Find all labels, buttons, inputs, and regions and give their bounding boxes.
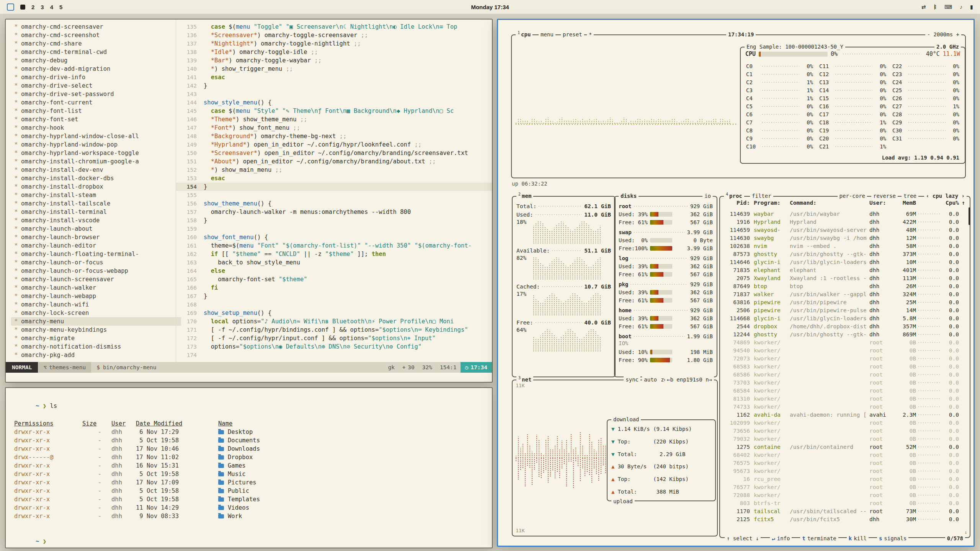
file-item[interactable]: *omarchy-drive-select	[11, 82, 181, 90]
file-item[interactable]: *omarchy-launch-about	[11, 225, 181, 233]
file-item[interactable]: *omarchy-hyprland-window-close-all	[11, 132, 181, 140]
file-item[interactable]: *omarchy-launch-floating-terminal-	[11, 250, 181, 258]
process-row[interactable]: 73703kworker/root0B0.0	[723, 378, 965, 386]
process-row[interactable]: 63816pipewire/usr/bin/pipewiredhh25M0.0	[723, 298, 965, 306]
keyboard-icon[interactable]: ⌨	[944, 4, 952, 10]
proc-panel-title[interactable]: 4proc	[724, 192, 744, 199]
file-item[interactable]: *omarchy-launch-browser	[11, 233, 181, 241]
process-row[interactable]: 95673kworker/root0B0.0	[723, 467, 965, 475]
file-item[interactable]: *omarchy-install-dev-env	[11, 166, 181, 174]
process-row[interactable]: 87573ghostty/usr/bin/ghostty --gtk-dhh37…	[723, 250, 965, 258]
file-item[interactable]: *omarchy-drive-set-password	[11, 90, 181, 98]
file-item[interactable]: *omarchy-font-set	[11, 115, 181, 124]
process-row[interactable]: 16rcu_preeroot0B0.0	[723, 475, 965, 483]
sort-selector[interactable]: ‹ cpu lazy ›	[924, 192, 967, 199]
process-row[interactable]: 68402kworker/root0B0.0	[723, 451, 965, 459]
screencast-icon[interactable]: ⇄	[921, 4, 926, 10]
file-item[interactable]: *omarchy-launch-or-focus-webapp	[11, 267, 181, 275]
process-row[interactable]: 2075XwaylandXwayland :1 -rootless -dhh11…	[723, 274, 965, 282]
proc-scrollbar-thumb[interactable]	[969, 207, 970, 225]
file-item[interactable]: *omarchy-font-list	[11, 107, 181, 115]
process-row[interactable]: 94540kworker/root0B0.0	[723, 346, 965, 354]
file-item[interactable]: *omarchy-launch-webapp	[11, 292, 181, 300]
workspace-active-indicator[interactable]	[20, 5, 25, 10]
process-row[interactable]: 71837walker/usr/bin/walker --gappldhh324…	[723, 290, 965, 298]
file-item[interactable]: *omarchy-menu-keybindings	[11, 326, 181, 334]
bluetooth-icon[interactable]: ᛒ	[934, 4, 937, 10]
volume-icon[interactable]: ♪	[960, 4, 962, 10]
process-row[interactable]: 102638nvimnvim --embed .dhh58M0.0	[723, 242, 965, 250]
file-item[interactable]: *omarchy-lock-screen	[11, 309, 181, 317]
file-item[interactable]: *omarchy-launch-screensaver	[11, 275, 181, 284]
process-row[interactable]: 1275containe/usr/bin/containerdroot52M0.…	[723, 443, 965, 451]
workspace-item[interactable]: 3	[41, 4, 44, 10]
process-row[interactable]: 1916HyprlandHyprlanddhh422M0.0	[723, 218, 965, 226]
preset-button[interactable]: preset	[561, 31, 584, 38]
process-row[interactable]: 79032kworker/root0B0.0	[723, 435, 965, 443]
process-row[interactable]: 2544dropbox/home/dhh/.dropbox-distdhh357…	[723, 322, 965, 330]
process-row[interactable]: 68583kworker/root0B0.0	[723, 362, 965, 370]
process-row[interactable]: 114630swaybg/usr/bin/swaybg -i /homdhh12…	[723, 234, 965, 242]
terminate-key[interactable]: tterminate	[800, 535, 838, 541]
file-item[interactable]: *omarchy-hook	[11, 124, 181, 132]
process-row[interactable]: 81310kworker/root0B0.0	[723, 395, 965, 403]
process-row[interactable]: 1162avahi-daavahi-daemon: running [avahi…	[723, 411, 965, 419]
net-panel-title[interactable]: 3net	[516, 376, 533, 383]
file-item[interactable]: *omarchy-cmd-share	[11, 39, 181, 48]
file-item[interactable]: *omarchy-launch-wifi	[11, 300, 181, 309]
file-item[interactable]: *omarchy-hyprland-window-pop	[11, 140, 181, 149]
menu-button[interactable]: menu	[539, 31, 555, 38]
process-row[interactable]: 73656kworker/root0B0.0	[723, 427, 965, 435]
file-item[interactable]: *omarchy-install-vscode	[11, 216, 181, 225]
file-item[interactable]: *omarchy-install-chromium-google-a	[11, 157, 181, 166]
scroll-down-indicator[interactable]: ↓	[964, 529, 967, 535]
file-item[interactable]: *omarchy-cmd-screenshot	[11, 31, 181, 39]
file-item[interactable]: *omarchy-cmd-screensaver	[11, 23, 181, 31]
file-item[interactable]: *omarchy-font-current	[11, 98, 181, 107]
per-core-button[interactable]: per-core	[838, 192, 867, 199]
workspace-item[interactable]: 2	[31, 4, 34, 10]
omarchy-logo-icon[interactable]	[7, 3, 14, 11]
process-row[interactable]: 74869kworker/root0B0.0	[723, 338, 965, 346]
auto-button[interactable]: auto	[642, 376, 659, 383]
interface-selector[interactable]: ←b enp191s0 n→	[665, 376, 714, 383]
io-mode-button[interactable]: io	[702, 192, 713, 199]
file-item[interactable]: *omarchy-cmd-terminal-cwd	[11, 48, 181, 56]
file-item[interactable]: *omarchy-launch-or-focus	[11, 258, 181, 267]
file-item[interactable]: *omarchy-dev-add-migration	[11, 65, 181, 73]
process-row[interactable]: 114646glycin-i/usr/lib/glycin-loadersdhh…	[723, 258, 965, 266]
process-row[interactable]: 1170tailscal/usr/sbin/tailscaled --root7…	[723, 507, 965, 515]
sync-button[interactable]: sync	[624, 376, 640, 383]
process-row[interactable]: 74733kworker/root0B0.0	[723, 403, 965, 411]
workspace-item[interactable]: 4	[50, 4, 53, 10]
file-item[interactable]: *omarchy-install-tailscale	[11, 199, 181, 208]
file-item[interactable]: *omarchy-install-docker-dbs	[11, 174, 181, 183]
battery-icon[interactable]: ▮	[970, 4, 973, 10]
process-row[interactable]: 114639waybar/usr/bin/waybardhh69M0.0	[723, 210, 965, 218]
process-row[interactable]: 803btrfs-trroot0B0.0	[723, 499, 965, 507]
process-row[interactable]: 12244ghostty/usr/bin/ghostty --gtk-dhh86…	[723, 330, 965, 338]
mem-panel-title[interactable]: 2mem	[516, 192, 533, 199]
workspace-item[interactable]: 5	[59, 4, 62, 10]
kill-key[interactable]: kkill	[847, 535, 869, 541]
signals-key[interactable]: ssignals	[877, 535, 908, 541]
file-item[interactable]: *omarchy-pkg-add	[11, 351, 181, 359]
process-row[interactable]: 2125fcitx5/usr/bin/fcitx5dhh30M0.0	[723, 515, 965, 523]
file-item[interactable]: *omarchy-install-terminal	[11, 208, 181, 216]
file-item[interactable]: *omarchy-launch-walker	[11, 284, 181, 292]
file-item[interactable]: *omarchy-hyprland-workspace-toggle	[11, 149, 181, 157]
process-row[interactable]: 71835elephantelephantdhh401M0.0	[723, 266, 965, 274]
file-item[interactable]: *omarchy-migrate	[11, 334, 181, 342]
process-row[interactable]: 114659swayosd-/usr/bin/swayosd-serverdhh…	[723, 226, 965, 234]
process-row[interactable]: 114668glycin-i/usr/lib/glycin-loadersdhh…	[723, 314, 965, 322]
process-row[interactable]: 72073kworker/root0B0.0	[723, 354, 965, 362]
file-item[interactable]: *omarchy-menu	[11, 317, 181, 326]
reverse-button[interactable]: reverse	[871, 192, 898, 199]
file-item[interactable]: *omarchy-drive-info	[11, 73, 181, 82]
process-row[interactable]: 102099kworker/root0B0.0	[723, 419, 965, 427]
file-item[interactable]: *omarchy-notification-dismiss	[11, 342, 181, 351]
file-item[interactable]: *omarchy-install-dropbox	[11, 183, 181, 191]
process-row[interactable]: 76577kworker/root0B0.0	[723, 483, 965, 491]
process-row[interactable]: 76575kworker/root0B0.0	[723, 459, 965, 467]
file-item[interactable]: *omarchy-debug	[11, 56, 181, 65]
